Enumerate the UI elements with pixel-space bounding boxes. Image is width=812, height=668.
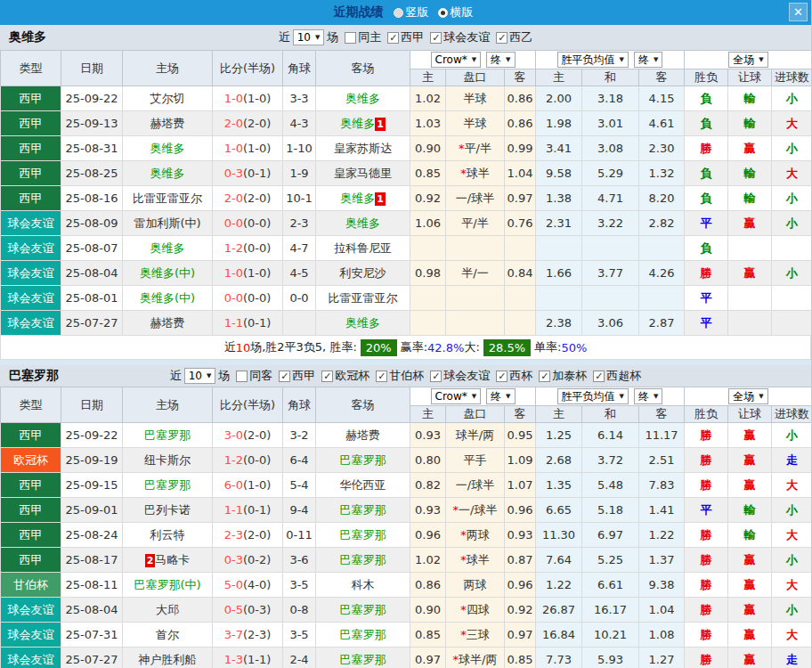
summary-text: 赢率:	[401, 339, 427, 355]
league-checkbox[interactable]: ✓	[387, 32, 399, 44]
handicap: 半球	[446, 111, 505, 136]
avg-draw: 3.06	[582, 311, 639, 336]
near-label: 近	[279, 29, 290, 45]
match-date: 25-09-22	[61, 423, 123, 448]
odds-stage-select[interactable]: 终▼	[486, 388, 515, 404]
avg-away: 2.82	[639, 211, 685, 236]
odds-home: 0.82	[410, 473, 446, 498]
near-count-select[interactable]: 10▼	[184, 368, 216, 384]
corners: 6-4	[283, 448, 316, 473]
halftime-score: (0-0)	[243, 216, 271, 230]
layout-option-vertical[interactable]: 竖版	[394, 4, 429, 20]
matches-table-body-0: 西甲25-09-22艾尔切1-0(1-0)3-3奥维多1.02半球0.862.0…	[1, 86, 812, 336]
odds-company-select[interactable]: Crow*▼	[431, 388, 482, 404]
home-team: 艾尔切	[123, 86, 213, 111]
result-goals: 小	[772, 211, 812, 236]
fulltime-score: 0-0	[224, 216, 243, 230]
near-count-select[interactable]: 10▼	[293, 29, 325, 45]
league-filters-0: ✓西甲✓球会友谊✓西乙	[381, 29, 532, 45]
same-venue-checkbox[interactable]	[345, 32, 356, 44]
score: 2-3(2-0)	[213, 523, 283, 548]
chevron-down-icon: ▼	[759, 56, 763, 63]
live-odds-marker: *	[459, 142, 465, 155]
live-odds-marker: *	[460, 167, 467, 180]
result-goals: 小	[772, 598, 812, 623]
halftime-score: (2-0)	[243, 191, 271, 205]
radio-horizontal-icon[interactable]	[438, 8, 448, 18]
layout-option-horizontal[interactable]: 横版	[438, 4, 474, 20]
home-team: 大邱	[123, 598, 213, 623]
chevron-down-icon: ▼	[620, 56, 624, 63]
handicap: *三球	[446, 623, 505, 648]
away-team-name: 赫塔费	[345, 428, 380, 442]
home-team: 巴塞罗那	[123, 423, 213, 448]
result-wdl: 勝	[685, 261, 728, 286]
dialog-titlebar: 近期战绩 竖版 横版 ✕	[0, 0, 811, 25]
away-team: 奥维多	[316, 311, 410, 336]
league-checkbox[interactable]: ✓	[376, 371, 387, 382]
league-checkbox[interactable]: ✓	[496, 371, 508, 382]
league-checkbox[interactable]: ✓	[430, 32, 442, 44]
avg-select[interactable]: 胜平负均值▼	[557, 388, 629, 404]
odds-stage-select[interactable]: 终▼	[486, 52, 515, 68]
team-section-header-0: 奥维多 近 10▼ 场 同主 ✓西甲✓球会友谊✓西乙	[0, 25, 811, 50]
league-checkbox[interactable]: ✓	[496, 32, 508, 44]
result-handicap: 輸	[728, 111, 772, 136]
handicap: 一/球半	[446, 473, 505, 498]
summary-text: 大:	[464, 339, 479, 355]
corners: 3-3	[283, 86, 316, 111]
home-team-name: 赫塔费	[150, 117, 185, 130]
odds-away: 0.96	[505, 498, 536, 523]
avg-draw: 3.18	[582, 86, 639, 111]
avg-stage-select[interactable]: 终▼	[634, 52, 662, 68]
halftime-score: (0-1)	[243, 167, 271, 180]
odds-company-select[interactable]: Crow*▼	[431, 52, 482, 68]
result-handicap: 贏	[728, 648, 772, 668]
odds-away: 1.07	[505, 473, 536, 498]
home-team-name: 神户胜利船	[139, 653, 197, 666]
away-team-name: 巴塞罗那	[340, 503, 386, 517]
handicap: 半/一	[446, 261, 505, 286]
result-wdl: 勝	[685, 136, 728, 161]
home-team-name: 奥维多	[150, 142, 185, 155]
league-checkbox[interactable]: ✓	[279, 371, 290, 382]
league-checkbox[interactable]: ✓	[321, 371, 333, 382]
col-odds-away: 客	[505, 69, 536, 86]
radio-vertical-icon[interactable]	[394, 8, 403, 18]
fulltime-score: 6-0	[224, 478, 243, 492]
col-score: 比分(半场)	[213, 51, 283, 86]
match-type: 球会友谊	[1, 286, 61, 311]
corners: 3-5	[283, 573, 316, 598]
result-goals	[772, 311, 812, 336]
fulltime-score: 1-0	[224, 92, 243, 105]
col-handicap: 盘口	[446, 69, 505, 86]
league-checkbox[interactable]: ✓	[539, 371, 550, 382]
home-team-name: 纽卡斯尔	[144, 453, 191, 467]
same-venue-checkbox[interactable]	[236, 371, 248, 382]
odds-home	[410, 311, 446, 336]
result-handicap: 輸	[728, 161, 772, 186]
odds-away	[505, 286, 536, 311]
league-label: 西乙	[509, 29, 532, 45]
same-venue-label: 同客	[249, 368, 272, 384]
scope-select[interactable]: 全场▼	[728, 52, 767, 68]
result-wdl: 勝	[685, 648, 728, 668]
chevron-down-icon: ▼	[472, 56, 476, 63]
avg-select[interactable]: 胜平负均值▼	[557, 52, 629, 68]
league-label: 球会友谊	[443, 368, 490, 384]
home-team: 利云特	[123, 523, 213, 548]
scope-select[interactable]: 全场▼	[728, 388, 767, 404]
avg-stage-select[interactable]: 终▼	[634, 388, 662, 404]
result-handicap: 輸	[728, 523, 772, 548]
league-checkbox[interactable]: ✓	[593, 371, 605, 382]
league-checkbox[interactable]: ✓	[430, 371, 442, 382]
match-date: 25-08-31	[61, 136, 123, 161]
close-icon[interactable]: ✕	[789, 3, 808, 21]
result-handicap: 輸	[728, 86, 772, 111]
col-avg-home: 主	[536, 69, 582, 86]
avg-home: 7.64	[536, 548, 582, 573]
away-team-name: 利安尼沙	[340, 266, 386, 280]
radio-vertical-label: 竖版	[406, 4, 429, 20]
col-result-goals: 进球数	[772, 406, 812, 423]
team-name: 巴塞罗那	[9, 368, 59, 384]
